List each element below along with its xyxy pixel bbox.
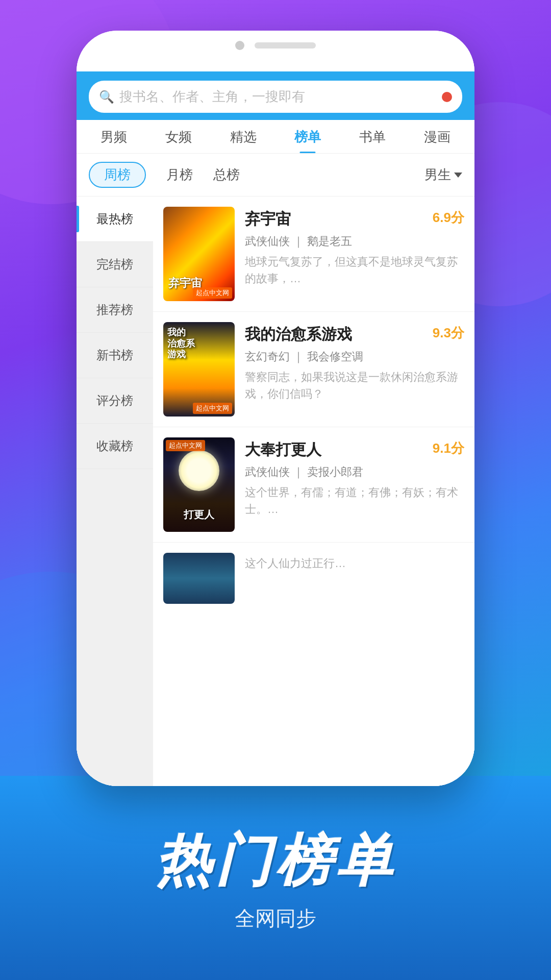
app-header: 🔍 搜书名、作者、主角，一搜即有: [77, 71, 474, 120]
phone-frame: 🔍 搜书名、作者、主角，一搜即有 男频 女频 精选 榜单 书单 漫画 周榜 月榜…: [77, 31, 474, 786]
search-bar[interactable]: 🔍 搜书名、作者、主角，一搜即有: [89, 81, 462, 113]
sub-tab-monthly[interactable]: 月榜: [166, 166, 193, 184]
book-item-3[interactable]: 打更人 起点中文网 大奉打更人 9.1分 武侠仙侠 ｜ 卖报小郎君: [153, 427, 474, 543]
book-title-3: 大奉打更人: [245, 439, 321, 460]
book-author-1: 鹅是老五: [307, 235, 352, 248]
dropdown-arrow-icon: [454, 173, 462, 178]
nav-tab-comics[interactable]: 漫画: [424, 128, 450, 153]
book-author-3: 卖报小郎君: [307, 465, 363, 478]
cover-2-title-text: 我的治愈系游戏: [167, 327, 195, 360]
nav-tabs: 男频 女频 精选 榜单 书单 漫画: [77, 120, 474, 154]
sidebar-item-completed[interactable]: 完结榜: [77, 242, 153, 287]
nav-tab-ranking[interactable]: 榜单: [294, 128, 321, 153]
sidebar-item-recommended[interactable]: 推荐榜: [77, 287, 153, 333]
book-cover-2: 我的治愈系游戏 起点中文网: [163, 322, 235, 416]
book-title-row-1: 弃宇宙 6.9分: [245, 209, 464, 230]
sidebar-item-favorites[interactable]: 收藏榜: [77, 424, 153, 469]
sidebar-item-new[interactable]: 新书榜: [77, 333, 153, 378]
book-score-1: 6.9分: [433, 209, 464, 227]
search-live-dot: [442, 92, 452, 102]
sub-tab-total[interactable]: 总榜: [213, 166, 240, 184]
phone-speaker: [255, 42, 316, 48]
sub-tab-gender-label: 男生: [424, 166, 451, 184]
book-genre-2: 玄幻奇幻: [245, 350, 290, 363]
book-info-4: 这个人仙力过正行…: [245, 553, 464, 594]
nav-tab-featured[interactable]: 精选: [230, 128, 257, 153]
book-score-2: 9.3分: [433, 324, 464, 342]
book-separator-2: ｜: [293, 350, 307, 363]
book-title-row-3: 大奉打更人 9.1分: [245, 439, 464, 460]
nav-tab-male[interactable]: 男频: [101, 128, 127, 153]
cover-3-badge: 起点中文网: [166, 440, 205, 451]
book-item-2[interactable]: 我的治愈系游戏 起点中文网 我的治愈系游戏 9.3分 玄幻奇幻 ｜ 我会修空调: [153, 312, 474, 427]
book-cover-4: [163, 553, 235, 604]
sub-tab-weekly[interactable]: 周榜: [89, 162, 146, 188]
book-title-2: 我的治愈系游戏: [245, 324, 352, 345]
book-desc-3: 这个世界，有儒；有道；有佛；有妖；有术士。…: [245, 484, 464, 518]
book-title-row-2: 我的治愈系游戏 9.3分: [245, 324, 464, 345]
main-body: 最热榜 完结榜 推荐榜 新书榜 评分榜 收藏榜 弃宇宙 起点中文网 弃: [77, 197, 474, 786]
bottom-promo: 热门榜单 全网同步: [0, 776, 551, 980]
cover-3-moon: [179, 450, 219, 491]
book-genre-3: 武侠仙侠: [245, 465, 290, 478]
book-item-4-partial[interactable]: 这个人仙力过正行…: [153, 543, 474, 604]
book-info-1: 弃宇宙 6.9分 武侠仙侠 ｜ 鹅是老五 地球元气复苏了，但这真不是地球灵气复苏…: [245, 207, 464, 301]
cover-3-title-text: 打更人: [184, 508, 214, 522]
book-meta-3: 武侠仙侠 ｜ 卖报小郎君: [245, 464, 464, 480]
phone-top-bar: [77, 31, 474, 71]
sidebar-item-hottest[interactable]: 最热榜: [77, 197, 153, 242]
search-placeholder-text: 搜书名、作者、主角，一搜即有: [119, 88, 442, 106]
book-separator-3: ｜: [293, 465, 307, 478]
nav-tab-female[interactable]: 女频: [165, 128, 192, 153]
book-cover-3: 打更人 起点中文网: [163, 437, 235, 532]
phone-camera: [235, 41, 244, 50]
book-list: 弃宇宙 起点中文网 弃宇宙 6.9分 武侠仙侠 ｜ 鹅是老五: [153, 197, 474, 786]
book-info-3: 大奉打更人 9.1分 武侠仙侠 ｜ 卖报小郎君 这个世界，有儒；有道；有佛；有妖…: [245, 437, 464, 532]
book-info-2: 我的治愈系游戏 9.3分 玄幻奇幻 ｜ 我会修空调 警察同志，如果我说这是一款休…: [245, 322, 464, 416]
cover-1-badge: 起点中文网: [193, 287, 232, 299]
book-meta-1: 武侠仙侠 ｜ 鹅是老五: [245, 234, 464, 249]
search-icon: 🔍: [99, 90, 114, 104]
book-separator-1: ｜: [293, 235, 307, 248]
book-desc-1: 地球元气复苏了，但这真不是地球灵气复苏的故事，…: [245, 253, 464, 287]
sidebar: 最热榜 完结榜 推荐榜 新书榜 评分榜 收藏榜: [77, 197, 153, 786]
book-cover-1: 弃宇宙 起点中文网: [163, 207, 235, 301]
promo-title: 热门榜单: [155, 823, 396, 899]
book-score-3: 9.1分: [433, 439, 464, 457]
promo-subtitle: 全网同步: [235, 904, 316, 933]
sidebar-item-rating[interactable]: 评分榜: [77, 378, 153, 424]
book-genre-1: 武侠仙侠: [245, 235, 290, 248]
sub-tabs-row: 周榜 月榜 总榜 男生: [77, 154, 474, 197]
cover-2-badge: 起点中文网: [193, 403, 232, 414]
book-desc-4: 这个人仙力过正行…: [245, 555, 464, 572]
book-author-2: 我会修空调: [307, 350, 363, 363]
book-meta-2: 玄幻奇幻 ｜ 我会修空调: [245, 349, 464, 364]
book-title-1: 弃宇宙: [245, 209, 291, 230]
nav-tab-booklist[interactable]: 书单: [359, 128, 386, 153]
book-item-1[interactable]: 弃宇宙 起点中文网 弃宇宙 6.9分 武侠仙侠 ｜ 鹅是老五: [153, 197, 474, 312]
book-desc-2: 警察同志，如果我说这是一款休闲治愈系游戏，你们信吗？: [245, 369, 464, 402]
sub-tab-gender-dropdown[interactable]: 男生: [424, 166, 462, 184]
app-content: 🔍 搜书名、作者、主角，一搜即有 男频 女频 精选 榜单 书单 漫画 周榜 月榜…: [77, 71, 474, 786]
